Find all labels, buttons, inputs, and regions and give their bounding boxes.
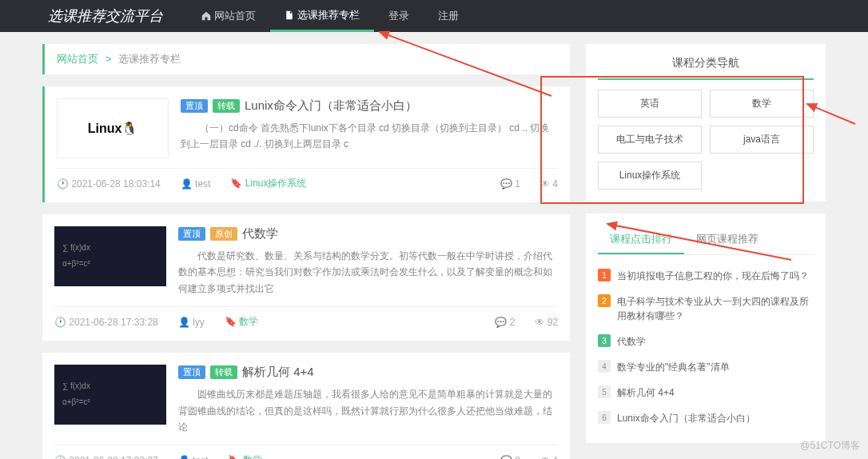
rank-title: Lunix命令入门（非常适合小白） [617, 411, 755, 425]
meta-category[interactable]: 🔖 数学 [225, 315, 258, 329]
article-thumb: Linux🐧 [57, 98, 169, 158]
rank-item[interactable]: 4数学专业的"经典名著"清单 [598, 354, 814, 380]
meta-views: 👁 4 [540, 455, 558, 459]
article-thumb: ∑ f(x)dxα+β²=c² [54, 365, 166, 425]
article-excerpt: 代数是研究数、数量、关系与结构的数学分支。初等代数一般在中学时讲授，介绍代数的基… [178, 248, 558, 297]
svg-rect-0 [54, 226, 166, 286]
article-title[interactable]: 代数学 [242, 226, 278, 241]
rank-tab[interactable]: 网页课程推荐 [684, 226, 770, 254]
article-thumb: ∑ f(x)dxα+β²=c² [54, 226, 166, 286]
brand: 选课推荐交流平台 [48, 6, 163, 26]
breadcrumb-sep: > [106, 53, 112, 65]
nav-item-3[interactable]: 注册 [424, 0, 473, 32]
meta-comments: 💬 0 [500, 455, 520, 459]
meta-time: 🕐 2021-06-28 17:32:37 [54, 455, 158, 459]
nav-label: 注册 [438, 9, 459, 23]
svg-text:∑ f(x)dx: ∑ f(x)dx [62, 243, 90, 252]
category-button[interactable]: java语言 [710, 126, 814, 154]
rank-tab[interactable]: 课程点击排行 [598, 226, 684, 254]
nav-item-2[interactable]: 登录 [374, 0, 424, 32]
rank-num: 5 [598, 385, 611, 398]
rank-title: 当初填报电子信息工程的你，现在后悔了吗？ [617, 269, 809, 283]
rank-num: 4 [598, 360, 611, 373]
article-tag: 置顶 [178, 365, 205, 379]
category-nav-title: 课程分类导航 [598, 56, 814, 80]
watermark: @51CTO博客 [800, 439, 860, 453]
article-title[interactable]: Lunix命令入门（非常适合小白） [245, 98, 417, 114]
svg-rect-3 [54, 365, 166, 425]
rank-num: 3 [598, 334, 611, 347]
article-card[interactable]: ∑ f(x)dxα+β²=c²置顶原创代数学代数是研究数、数量、关系与结构的数学… [42, 214, 570, 341]
rank-panel: 课程点击排行网页课程推荐 1当初填报电子信息工程的你，现在后悔了吗？2电子科学与… [586, 214, 826, 443]
article-card[interactable]: ∑ f(x)dxα+β²=c²置顶转载解析几何 4+4圆锥曲线历来都是难题压轴题… [42, 353, 570, 459]
navbar: 选课推荐交流平台 网站首页选课推荐专栏登录注册 [0, 0, 868, 32]
article-title[interactable]: 解析几何 4+4 [242, 365, 314, 380]
rank-title: 代数学 [617, 334, 646, 349]
article-tag: 置顶 [181, 99, 208, 113]
rank-num: 1 [598, 269, 611, 281]
nav-label: 网站首页 [214, 9, 256, 23]
rank-item[interactable]: 5解析几何 4+4 [598, 380, 814, 405]
category-button[interactable]: 英语 [598, 90, 702, 118]
article-tag: 原创 [210, 227, 237, 241]
meta-author: 👤 test [178, 455, 209, 459]
meta-author: 👤 test [181, 178, 211, 190]
rank-item[interactable]: 3代数学 [598, 329, 814, 354]
article-excerpt: （一）cd命令 首先熟悉下lunix下各个目录 cd 切换目录（切换到主目录） … [181, 120, 558, 153]
meta-author: 👤 lyy [178, 317, 205, 328]
rank-title: 电子科学与技术专业从大一到大四的课程及所用教材有哪些？ [617, 294, 814, 323]
nav-item-0[interactable]: 网站首页 [187, 0, 270, 32]
article-card[interactable]: Linux🐧置顶转载Lunix命令入门（非常适合小白）（一）cd命令 首先熟悉下… [42, 86, 570, 202]
breadcrumb: 网站首页 > 选课推荐专栏 [42, 44, 570, 74]
breadcrumb-home[interactable]: 网站首页 [57, 53, 98, 65]
category-button[interactable]: Linux操作系统 [598, 162, 702, 190]
rank-item[interactable]: 2电子科学与技术专业从大一到大四的课程及所用教材有哪些？ [598, 289, 814, 329]
rank-num: 2 [598, 294, 611, 307]
nav-label: 选课推荐专栏 [297, 8, 360, 22]
rank-num: 6 [598, 411, 611, 424]
category-button[interactable]: 数学 [710, 90, 814, 118]
svg-text:∑ f(x)dx: ∑ f(x)dx [62, 381, 90, 390]
svg-text:α+β²=c²: α+β²=c² [62, 397, 91, 406]
meta-comments: 💬 2 [495, 317, 515, 328]
meta-category[interactable]: 🔖 数学 [228, 453, 261, 459]
rank-item[interactable]: 1当初填报电子信息工程的你，现在后悔了吗？ [598, 263, 814, 289]
meta-comments: 💬 1 [500, 178, 520, 190]
rank-title: 数学专业的"经典名著"清单 [617, 360, 730, 374]
meta-views: 👁 92 [535, 317, 558, 328]
nav-item-1[interactable]: 选课推荐专栏 [270, 0, 374, 32]
svg-text:α+β²=c²: α+β²=c² [62, 259, 91, 268]
category-button[interactable]: 电工与电子技术 [598, 126, 702, 154]
article-tag: 转载 [213, 99, 240, 113]
meta-category[interactable]: 🔖 Linux操作系统 [230, 177, 306, 190]
nav-label: 登录 [388, 9, 409, 23]
meta-time: 🕐 2021-06-28 17:33:28 [54, 317, 158, 328]
category-nav-panel: 课程分类导航 英语数学电工与电子技术java语言Linux操作系统 [586, 44, 826, 202]
article-tag: 置顶 [178, 227, 205, 241]
article-excerpt: 圆锥曲线历来都是难题压轴题，我看很多人给的意见不是简单粗暴的计算就是大量的背圆锥… [178, 386, 558, 435]
breadcrumb-current: 选课推荐专栏 [118, 53, 181, 65]
meta-views: 👁 4 [540, 178, 558, 190]
rank-item[interactable]: 6Lunix命令入门（非常适合小白） [598, 405, 814, 431]
rank-title: 解析几何 4+4 [617, 385, 675, 400]
meta-time: 🕐 2021-06-28 18:03:14 [57, 178, 161, 190]
article-tag: 转载 [210, 365, 237, 379]
